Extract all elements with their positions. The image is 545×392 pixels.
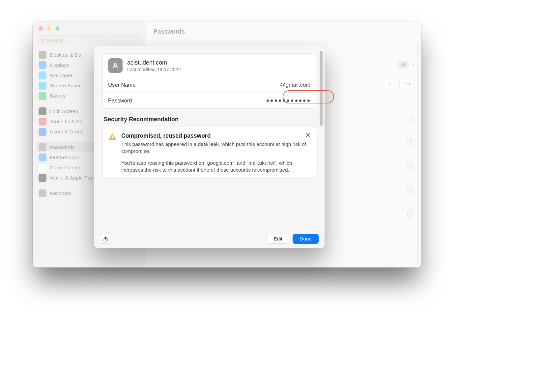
info-icon[interactable]: i xyxy=(407,187,414,194)
sidebar-item-label: Keyboard xyxy=(50,190,72,196)
search-input[interactable]: Search xyxy=(37,35,141,45)
sidebar-item-icon xyxy=(39,92,46,100)
warning-text-1: This password has appeared in a data lea… xyxy=(121,141,310,155)
username-label: User Name xyxy=(108,82,135,88)
security-warning-card: Compromised, reused password This passwo… xyxy=(102,127,316,179)
share-icon xyxy=(103,236,108,242)
security-section-title: Security Recommendation xyxy=(102,109,316,127)
info-icon[interactable]: i xyxy=(407,163,414,170)
password-detail-sheet: A acistudent.com Last modified 18.07.202… xyxy=(94,46,325,248)
chevron-right-icon: › xyxy=(412,45,414,52)
edit-button[interactable]: Edit xyxy=(267,234,289,244)
sidebar-item-label: Wallpaper xyxy=(50,72,72,78)
svg-line-1 xyxy=(43,41,44,42)
sidebar-item-icon xyxy=(39,61,46,69)
info-icon[interactable]: i xyxy=(407,210,414,218)
sidebar-item-icon xyxy=(39,118,46,126)
search-placeholder: Search xyxy=(47,38,63,43)
sidebar-item-label: Displays xyxy=(50,62,69,68)
fullscreen-window-button[interactable] xyxy=(55,26,60,31)
sidebar-item-icon xyxy=(39,82,46,90)
username-row[interactable]: User Name @gmail.com xyxy=(103,77,316,93)
password-row[interactable]: Password xyxy=(103,93,316,108)
sidebar-item-icon xyxy=(39,71,46,79)
scrollbar[interactable] xyxy=(320,51,323,126)
sidebar-item-icon xyxy=(39,143,46,151)
traffic-lights xyxy=(33,21,146,35)
sidebar-item-label: Internet Acco xyxy=(50,154,79,160)
last-modified-label: Last modified 18.07.2022 xyxy=(127,67,181,72)
svg-rect-2 xyxy=(112,135,113,138)
site-name: acistudent.com xyxy=(127,59,181,66)
warning-text-2: You're also reusing this password on “go… xyxy=(121,159,310,174)
info-icon[interactable]: i xyxy=(407,116,414,123)
done-button[interactable]: Done xyxy=(293,234,319,244)
dismiss-warning-button[interactable] xyxy=(304,132,311,138)
warning-icon xyxy=(108,132,117,174)
sidebar-item-label: Desktop & Do xyxy=(50,52,81,58)
sidebar-item-label: Passwords xyxy=(50,144,75,150)
add-button[interactable]: ＋ xyxy=(384,79,396,88)
page-title: Passwords xyxy=(146,21,421,42)
scrollbar[interactable] xyxy=(417,44,419,265)
site-favicon: A xyxy=(108,58,123,73)
sheet-footer: Edit Done xyxy=(94,229,325,248)
sidebar-item-label: Battery xyxy=(50,93,66,99)
sidebar-item-icon xyxy=(39,174,46,182)
sidebar-item-icon xyxy=(39,51,46,59)
sidebar-item-label: Users & Group xyxy=(50,129,84,135)
sidebar-item-label: Wallet & Apple Pay xyxy=(50,175,93,181)
more-button[interactable]: ··· ▾ xyxy=(399,79,414,88)
svg-rect-3 xyxy=(112,138,113,139)
warning-title: Compromised, reused password xyxy=(121,132,310,139)
password-label: Password xyxy=(108,98,132,104)
credentials-card: A acistudent.com Last modified 18.07.202… xyxy=(102,53,316,109)
svg-point-0 xyxy=(41,39,44,41)
close-window-button[interactable] xyxy=(39,26,43,31)
share-button[interactable] xyxy=(100,234,111,244)
chevron-right-icon: › xyxy=(412,61,414,68)
username-value: @gmail.com xyxy=(280,82,310,88)
password-masked-value xyxy=(266,99,310,102)
search-icon xyxy=(40,38,45,43)
sidebar-item-label: Lock Screen xyxy=(50,108,78,114)
sidebar-item-icon xyxy=(39,128,46,136)
sidebar-item-label: Game Center xyxy=(50,165,80,171)
sidebar-item-icon xyxy=(39,189,46,197)
sidebar-item-icon xyxy=(39,107,46,115)
count-badge: 19 xyxy=(397,61,409,68)
minimize-window-button[interactable] xyxy=(47,26,51,31)
sidebar-item-icon xyxy=(39,164,46,172)
sidebar-item-label: Touch ID & Pa xyxy=(50,119,82,125)
sidebar-item-icon xyxy=(39,154,46,161)
sidebar-item-label: Screen Saver xyxy=(50,83,81,89)
info-icon[interactable]: i xyxy=(407,139,414,147)
